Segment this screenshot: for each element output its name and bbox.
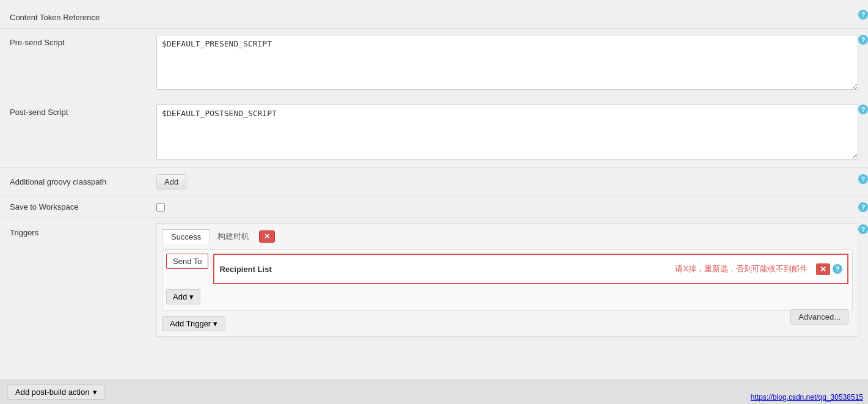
post-send-script-textarea[interactable]: $DEFAULT_POSTSEND_SCRIPT (156, 105, 858, 160)
add-recipient-label: Add (173, 292, 187, 301)
save-workspace-help-icon[interactable]: ? (858, 202, 868, 212)
triggers-help-icon[interactable]: ? (858, 224, 868, 234)
groovy-classpath-label: Additional groovy classpath (10, 174, 156, 186)
trigger-tab-sublabel: 构建时机 (213, 229, 254, 244)
groovy-classpath-content: Add (156, 174, 858, 189)
content-token-reference-row: Content Token Reference ? (0, 5, 868, 27)
add-recipient-chevron: ▾ (189, 292, 194, 301)
add-post-build-button[interactable]: Add post-build action ▾ (7, 384, 105, 400)
add-trigger-label: Add Trigger (170, 319, 211, 328)
main-container: Content Token Reference ? Pre-send Scrip… (0, 0, 868, 380)
add-recipient-button[interactable]: Add ▾ (166, 289, 200, 304)
add-post-build-label: Add post-build action (15, 387, 89, 397)
add-trigger-row: Add Trigger ▾ (162, 316, 853, 331)
send-to-button[interactable]: Send To (166, 254, 208, 269)
add-post-build-chevron: ▾ (93, 387, 97, 397)
post-send-script-row: Post-send Script $DEFAULT_POSTSEND_SCRIP… (0, 100, 868, 166)
post-send-script-content: $DEFAULT_POSTSEND_SCRIPT (156, 105, 858, 161)
post-send-help-icon[interactable]: ? (858, 105, 868, 114)
url-link[interactable]: https://blog.csdn.net/qq_30538515 (746, 391, 868, 404)
content-token-reference-label: Content Token Reference (10, 10, 156, 22)
groovy-classpath-row: Additional groovy classpath Add ? (0, 169, 868, 194)
pre-send-script-content: $DEFAULT_PRESEND_SCRIPT (156, 35, 858, 92)
recipient-help-icon[interactable]: ? (833, 264, 842, 274)
recipient-list-label: Recipient List (219, 265, 271, 274)
trigger-panel: Send To Recipient List 请X掉，重新选，否则可能收不到邮件… (162, 249, 853, 311)
pre-send-script-row: Pre-send Script $DEFAULT_PRESEND_SCRIPT … (0, 30, 868, 97)
groovy-classpath-help-icon[interactable]: ? (858, 174, 868, 184)
triggers-content: Success 构建时机 ✕ Send To Recipient List 请X… (156, 223, 858, 337)
success-tab[interactable]: Success (162, 229, 210, 244)
add-classpath-button[interactable]: Add (156, 174, 186, 189)
pre-send-script-textarea[interactable]: $DEFAULT_PRESEND_SCRIPT (156, 35, 858, 90)
add-trigger-button[interactable]: Add Trigger ▾ (162, 316, 225, 331)
remove-trigger-button[interactable]: ✕ (259, 230, 275, 243)
bottom-bar: Add post-build action ▾ https://blog.csd… (0, 380, 868, 404)
pre-send-script-label: Pre-send Script (10, 35, 156, 47)
add-recipient-row: Add ▾ (166, 289, 848, 304)
recipient-warning: 请X掉，重新选，否则可能收不到邮件 (675, 263, 808, 274)
triggers-row: Triggers Success 构建时机 ✕ Send To Recipien… (0, 219, 868, 340)
send-to-panel: Send To Recipient List 请X掉，重新选，否则可能收不到邮件… (166, 254, 848, 284)
recipient-list-container: Recipient List 请X掉，重新选，否则可能收不到邮件 ✕ ? (213, 254, 848, 284)
triggers-label: Triggers (10, 223, 156, 237)
save-to-workspace-label: Save to Workspace (10, 202, 156, 211)
save-to-workspace-row: Save to Workspace ? (0, 197, 868, 216)
save-to-workspace-checkbox[interactable] (156, 203, 165, 211)
recipient-remove-button[interactable]: ✕ (816, 263, 830, 275)
add-trigger-chevron: ▾ (213, 319, 217, 328)
form-section: Content Token Reference ? Pre-send Scrip… (0, 0, 868, 345)
content-token-help-icon[interactable]: ? (858, 10, 868, 20)
post-send-script-label: Post-send Script (10, 105, 156, 117)
pre-send-help-icon[interactable]: ? (858, 35, 868, 45)
advanced-button[interactable]: Advanced... (790, 309, 848, 325)
